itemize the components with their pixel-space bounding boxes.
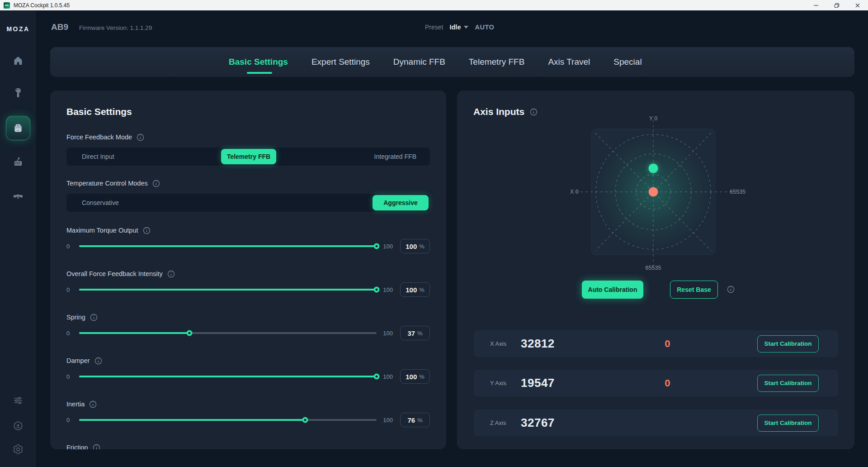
- sidebar-item-base-active[interactable]: [6, 116, 30, 140]
- device-name: AB9: [51, 22, 68, 32]
- option-aggressive-selected[interactable]: Aggressive: [373, 195, 429, 210]
- force-feedback-mode-label: Force Feedback Mode: [66, 133, 430, 141]
- pad-label-x: X 0: [570, 189, 579, 195]
- slider-track[interactable]: [79, 419, 377, 421]
- axis-xy-pad: Y 0 X 0 65535 65535: [567, 116, 739, 272]
- slider-spring: 0 100 37%: [66, 326, 430, 340]
- sidebar-item-yoke[interactable]: [12, 190, 24, 202]
- slider-handle[interactable]: [186, 330, 192, 336]
- sidebar-item-joystick[interactable]: [12, 87, 24, 99]
- pad-label-xmax: 65535: [730, 189, 745, 195]
- slider-handle[interactable]: [302, 417, 308, 423]
- slider-overall-ffb-intensity: 0 100 100%: [66, 282, 430, 297]
- axis-value: 32767: [521, 416, 555, 430]
- info-icon[interactable]: [727, 286, 735, 293]
- axis-value: 19547: [521, 376, 555, 390]
- axis-row-y: Y Axis 19547 0 Start Calibration: [474, 370, 838, 396]
- slider-maximum-torque-output: 0 100 100%: [66, 239, 430, 253]
- moza-logo: MOZA: [0, 25, 36, 33]
- slider-label-damper: Damper: [66, 357, 430, 365]
- tab-dynamic-ffb[interactable]: Dynamic FFB: [393, 57, 445, 67]
- app-window: MOZA: [0, 10, 868, 467]
- slider-track[interactable]: [79, 245, 377, 247]
- slider-fill: [79, 332, 189, 334]
- info-icon[interactable]: [137, 133, 144, 141]
- xy-center-dot: [649, 187, 658, 197]
- info-icon[interactable]: [93, 444, 100, 450]
- window-controls: [806, 0, 868, 10]
- tab-telemetry-ffb[interactable]: Telemetry FFB: [469, 57, 525, 67]
- info-icon[interactable]: [152, 180, 160, 187]
- sidebar-item-home[interactable]: [12, 55, 24, 67]
- slider-value-box[interactable]: 100%: [400, 282, 430, 297]
- slider-fill: [79, 376, 377, 377]
- close-button[interactable]: [847, 0, 868, 10]
- auto-calibration-button[interactable]: Auto Calibration: [582, 281, 643, 299]
- axis-pad-area: [591, 129, 715, 255]
- option-conservative[interactable]: Conservative: [82, 194, 119, 212]
- info-icon[interactable]: [530, 108, 538, 116]
- option-direct-input[interactable]: Direct Input: [82, 148, 114, 166]
- info-icon[interactable]: [167, 270, 175, 278]
- tab-expert-settings[interactable]: Expert Settings: [311, 57, 370, 67]
- option-integrated-ffb[interactable]: Integrated FFB: [374, 148, 416, 166]
- force-feedback-mode-switch: Direct Input Telemetry FFB Integrated FF…: [66, 148, 430, 166]
- window-titlebar: MOZA Cockpit 1.0.5.45: [0, 0, 868, 10]
- sidebar-item-settings[interactable]: [13, 444, 24, 455]
- slider-value-box[interactable]: 100%: [400, 369, 430, 384]
- chevron-down-icon: [464, 26, 468, 29]
- start-calibration-button-x[interactable]: Start Calibration: [757, 335, 819, 353]
- slider-track[interactable]: [79, 332, 377, 334]
- sidebar-item-firmware-update[interactable]: [13, 420, 24, 431]
- info-icon[interactable]: [143, 227, 151, 234]
- slider-fill: [79, 245, 377, 247]
- option-telemetry-ffb-selected[interactable]: Telemetry FFB: [221, 149, 276, 164]
- preset-value: Idle: [449, 24, 461, 31]
- sidebar-item-throttle[interactable]: [12, 156, 24, 168]
- pad-label-ymax: 65535: [646, 265, 661, 271]
- slider-label-spring: Spring: [66, 313, 430, 321]
- axis-offset: 0: [665, 377, 670, 389]
- axis-inputs-panel: Axis Inputs: [457, 91, 854, 449]
- axis-offset: 0: [665, 338, 670, 350]
- slider-handle[interactable]: [374, 287, 380, 293]
- slider-fill: [79, 419, 305, 421]
- sidebar-item-tuning[interactable]: [13, 395, 24, 406]
- preset-bar: Preset Idle AUTO: [425, 24, 494, 31]
- pad-label-y: Y 0: [649, 115, 658, 122]
- tab-special[interactable]: Special: [613, 57, 642, 67]
- slider-handle[interactable]: [374, 374, 380, 380]
- slider-label-inertia: Inertia: [66, 400, 430, 408]
- start-calibration-button-z[interactable]: Start Calibration: [757, 415, 819, 432]
- slider-handle[interactable]: [374, 243, 380, 249]
- axis-row-z: Z Axis 32767 Start Calibration: [474, 410, 838, 436]
- reset-base-button[interactable]: Reset Base: [670, 281, 718, 299]
- y-position-dot: [649, 163, 658, 173]
- slider-damper: 0 100 100%: [66, 369, 430, 384]
- slider-track[interactable]: [79, 376, 377, 377]
- auto-preset-button[interactable]: AUTO: [475, 24, 494, 31]
- info-icon[interactable]: [94, 357, 102, 365]
- minimize-button[interactable]: [806, 0, 826, 10]
- sidebar: MOZA: [0, 10, 36, 467]
- slider-track[interactable]: [79, 289, 377, 291]
- basic-settings-panel: Basic Settings Force Feedback Mode Direc…: [50, 91, 446, 449]
- preset-dropdown[interactable]: Idle: [449, 24, 468, 31]
- settings-tabbar: Basic Settings Expert Settings Dynamic F…: [50, 47, 854, 77]
- slider-label-friction: Friction: [66, 443, 430, 449]
- temperature-control-label: Temperature Control Modes: [66, 179, 430, 187]
- panel-title: Basic Settings: [66, 106, 430, 118]
- slider-value-box[interactable]: 37%: [400, 326, 430, 340]
- app-logo-icon: [4, 2, 10, 9]
- slider-value-box[interactable]: 76%: [400, 413, 430, 427]
- info-icon[interactable]: [90, 314, 98, 321]
- slider-inertia: 0 100 76%: [66, 413, 430, 427]
- tab-axis-travel[interactable]: Axis Travel: [548, 57, 590, 67]
- tab-basic-settings[interactable]: Basic Settings: [229, 57, 288, 67]
- temperature-control-switch: Conservative Aggressive: [66, 194, 430, 212]
- axis-inputs-title-row: Axis Inputs: [473, 106, 538, 118]
- start-calibration-button-y[interactable]: Start Calibration: [757, 375, 819, 392]
- info-icon[interactable]: [89, 400, 97, 408]
- slider-value-box[interactable]: 100%: [400, 239, 430, 253]
- restore-button[interactable]: [826, 0, 847, 10]
